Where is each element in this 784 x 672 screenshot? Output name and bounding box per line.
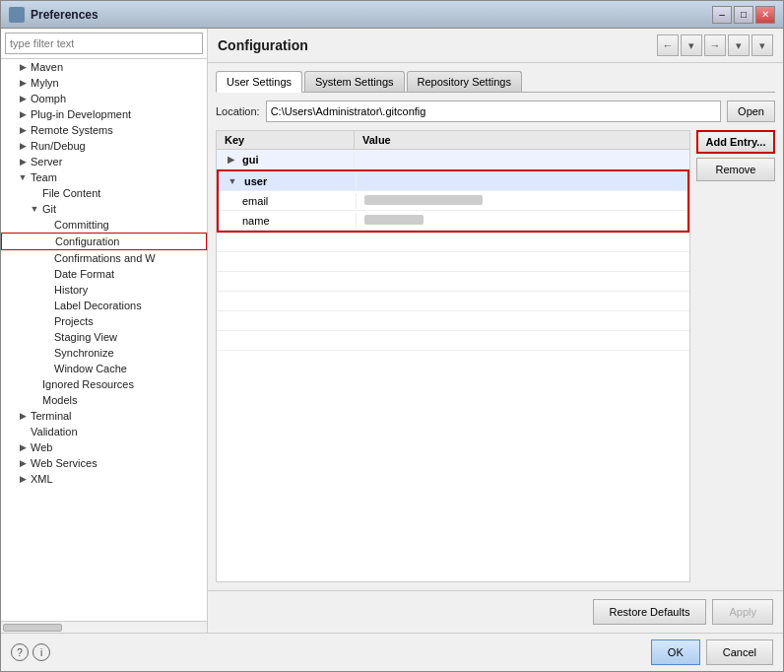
sidebar-item-label: Plug-in Development [31,108,131,120]
entry-key-email: email [219,193,357,209]
sidebar-item-remote-systems[interactable]: ▶ Remote Systems [1,122,207,138]
sidebar-item-label: Oomph [31,93,66,104]
table-row[interactable]: email [219,191,687,211]
bottom-bar: Restore Defaults Apply [208,590,783,633]
expand-icon: ▶ [17,77,29,89]
sidebar-item-git[interactable]: ▼ Git [1,201,207,217]
sidebar-item-server[interactable]: ▶ Server [1,154,207,169]
table-row-empty [217,252,689,272]
group-value-user [357,179,687,183]
expand-icon: ▶ [17,93,29,104]
sidebar: ▶ Maven ▶ Mylyn ▶ Oomph ▶ Plug-in Develo… [1,29,208,633]
filter-input[interactable] [5,33,203,54]
sidebar-item-synchronize[interactable]: Synchronize [1,345,207,361]
sidebar-item-ignored-resources[interactable]: Ignored Resources [1,376,207,392]
sidebar-item-terminal[interactable]: ▶ Terminal [1,408,207,424]
expand-icon: ▼ [227,175,238,187]
sidebar-item-label: Ignored Resources [42,378,134,390]
user-group-section: ▼ user email [217,169,689,233]
sidebar-item-web[interactable]: ▶ Web [1,439,207,455]
tab-repository-settings[interactable]: Repository Settings [407,71,522,92]
sidebar-item-team[interactable]: ▼ Team [1,169,207,185]
sidebar-item-xml[interactable]: ▶ XML [1,471,207,487]
sidebar-item-oomph[interactable]: ▶ Oomph [1,91,207,106]
spacer-icon [40,347,52,359]
back-button[interactable]: ← [657,34,679,56]
redacted-value [364,215,424,225]
sidebar-item-staging-view[interactable]: Staging View [1,329,207,345]
apply-button[interactable]: Apply [712,599,773,625]
spacer-icon [40,268,52,280]
spacer-icon [40,315,52,327]
location-input[interactable] [266,101,721,122]
cancel-button[interactable]: Cancel [706,639,773,665]
open-button[interactable]: Open [727,101,775,122]
sidebar-item-label: Web [31,441,52,453]
sidebar-item-label: Confirmations and W [54,252,156,264]
table-row-empty [217,272,689,292]
sidebar-item-label: Configuration [55,235,119,247]
sidebar-item-mylyn[interactable]: ▶ Mylyn [1,75,207,91]
entry-key-name: name [219,213,357,229]
ok-button[interactable]: OK [651,639,700,665]
maximize-button[interactable]: □ [734,6,753,24]
help-question-button[interactable]: ? [11,643,29,661]
sidebar-item-committing[interactable]: Committing [1,217,207,233]
close-button[interactable]: ✕ [755,6,775,24]
sidebar-item-label: Models [42,394,77,406]
sidebar-item-label: File Content [42,187,100,199]
remove-button[interactable]: Remove [696,158,775,181]
spacer-icon [29,187,40,199]
spacer-icon [40,219,52,231]
minimize-button[interactable]: – [712,6,732,24]
sidebar-item-validation[interactable]: Validation [1,424,207,439]
col-value-header: Value [355,131,689,149]
sidebar-item-label: Server [31,156,62,168]
sidebar-item-label: Remote Systems [31,124,113,136]
sidebar-scrollbar[interactable] [1,621,207,633]
back-dropdown-button[interactable]: ▾ [681,34,702,56]
restore-defaults-button[interactable]: Restore Defaults [593,599,707,625]
table-row-layout: Key Value ▶ gui [216,130,775,582]
sidebar-item-label: Committing [54,219,109,231]
sidebar-item-projects[interactable]: Projects [1,313,207,329]
side-buttons: Add Entry... Remove [690,130,775,582]
menu-button[interactable]: ▾ [751,34,773,56]
sidebar-item-label: Web Services [31,457,98,469]
sidebar-item-run-debug[interactable]: ▶ Run/Debug [1,138,207,154]
sidebar-item-window-cache[interactable]: Window Cache [1,361,207,376]
sidebar-item-label: Validation [31,426,78,437]
sidebar-item-label-decorations[interactable]: Label Decorations [1,298,207,313]
sidebar-item-date-format[interactable]: Date Format [1,266,207,282]
table-row[interactable]: name [219,211,687,231]
scrollbar-thumb[interactable] [3,624,62,632]
expand-icon: ▼ [29,203,40,215]
expand-icon: ▶ [17,156,29,168]
sidebar-item-models[interactable]: Models [1,392,207,408]
tab-user-settings[interactable]: User Settings [216,71,302,93]
body-area: ▶ Maven ▶ Mylyn ▶ Oomph ▶ Plug-in Develo… [1,29,783,633]
sidebar-item-maven[interactable]: ▶ Maven [1,59,207,75]
sidebar-item-label: History [54,284,88,296]
sidebar-item-file-content[interactable]: File Content [1,185,207,201]
table-row[interactable]: ▶ gui [217,150,689,169]
sidebar-item-plugin-dev[interactable]: ▶ Plug-in Development [1,106,207,122]
spacer-icon [40,300,52,311]
help-info-button[interactable]: i [33,643,50,661]
expand-icon: ▶ [17,457,29,469]
sidebar-item-confirmations[interactable]: Confirmations and W [1,250,207,266]
sidebar-item-history[interactable]: History [1,282,207,298]
forward-button[interactable]: → [704,34,726,56]
table-row[interactable]: ▼ user [219,171,687,191]
sidebar-item-label: Label Decorations [54,300,142,311]
tab-system-settings[interactable]: System Settings [304,71,404,92]
question-mark-icon: ? [17,647,23,658]
add-entry-button[interactable]: Add Entry... [696,130,775,154]
forward-dropdown-button[interactable]: ▾ [728,34,750,56]
sidebar-item-label: Staging View [54,331,117,343]
redacted-value [364,195,483,205]
sidebar-item-configuration[interactable]: Configuration [1,233,207,250]
nav-buttons: ← ▾ → ▾ ▾ [657,34,773,56]
spacer-icon [40,252,52,264]
sidebar-item-web-services[interactable]: ▶ Web Services [1,455,207,471]
